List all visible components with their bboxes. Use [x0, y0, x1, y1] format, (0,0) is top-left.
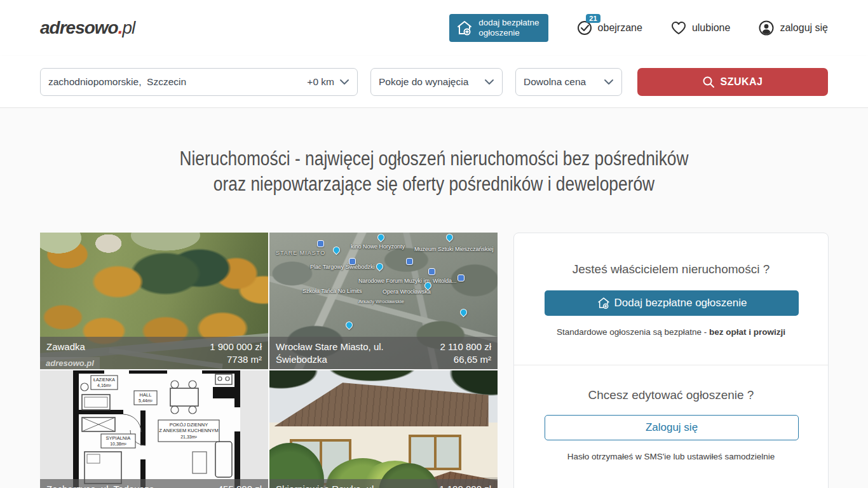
edit-note: Hasło otrzymałeś w SMS'ie lub ustawiłeś …: [545, 452, 797, 461]
listings-grid: Zawadka 1 900 000 zł 7738 m² adresowo.pl…: [40, 233, 498, 488]
login-label: zaloguj się: [780, 22, 828, 34]
location-field[interactable]: +0 km: [40, 68, 358, 96]
sidebar-login-button[interactable]: Zaloguj się: [545, 415, 799, 440]
listing-photo-house: [269, 370, 498, 488]
edit-heading: Chcesz edytować ogłoszenie ?: [545, 388, 797, 402]
map-transit-icon: [458, 274, 465, 281]
search-button-label: SZUKAJ: [720, 76, 763, 88]
map-label: STARE MIASTO: [276, 250, 325, 256]
listing-card[interactable]: Skierniewice Rawka, ul. 1 100 000 zł: [269, 370, 498, 488]
listing-area: 66,65 m²: [440, 353, 491, 366]
page-title-line2: oraz niepowtarzające się oferty pośredni…: [99, 172, 769, 197]
map-transit-icon: [428, 268, 435, 275]
map-pin-icon: [375, 262, 385, 272]
owner-heading: Jesteś właścicielem nieruchomości ?: [545, 262, 797, 276]
listing-price: 455 000 zł: [218, 483, 262, 488]
svg-text:10,38m²: 10,38m²: [110, 442, 126, 446]
svg-text:SYPIALNIA: SYPIALNIA: [106, 435, 131, 441]
listing-card[interactable]: STARE MIASTO kino Nowe Horyzonty Muzeum …: [269, 233, 498, 369]
login-link[interactable]: zaloguj się: [758, 20, 828, 36]
map-label: Szkoła Tańca No Limits: [302, 288, 362, 294]
map-pin-icon: [445, 233, 455, 242]
owner-panel: Jesteś właścicielem nieruchomości ? Doda…: [513, 233, 829, 488]
logo-brand: adresowo: [40, 18, 118, 38]
main-content: Nieruchomości - najwięcej ogłoszeń nieru…: [0, 108, 868, 488]
favorites-label: ulubione: [692, 22, 731, 34]
page-title: Nieruchomości - najwięcej ogłoszeń nieru…: [40, 108, 828, 197]
house-plus-icon: [456, 20, 473, 36]
search-button[interactable]: SZUKAJ: [637, 68, 828, 96]
divider: [514, 365, 828, 365]
radius-selector[interactable]: +0 km: [307, 76, 334, 88]
header-actions: dodaj bezpłatne ogłoszenie 21 obejrzane …: [449, 14, 828, 42]
map-pin-icon: [376, 233, 386, 242]
map-label: Arkady Wrocławskie: [358, 299, 404, 305]
listing-card[interactable]: Zawadka 1 900 000 zł 7738 m² adresowo.pl: [40, 233, 268, 369]
owner-note: Standardowe ogłoszenia są bezpłatne - be…: [545, 327, 797, 337]
map-transit-icon: [317, 240, 324, 247]
photo-watermark: adresowo.pl: [40, 357, 100, 369]
map-label: Plac Targowy Świebodzki: [310, 264, 374, 270]
viewed-count-badge: 21: [586, 14, 600, 23]
map-pin-icon: [332, 245, 342, 255]
house-plus-icon: [597, 296, 611, 310]
chevron-down-icon[interactable]: [339, 79, 349, 85]
listing-area: 7738 m²: [210, 353, 262, 366]
svg-text:4,16m²: 4,16m²: [97, 383, 111, 388]
listing-price: 1 900 000 zł: [210, 341, 262, 353]
chevron-down-icon: [604, 79, 614, 85]
map-label: Muzeum Sztuki Mieszczańskiej: [414, 246, 494, 252]
person-circle-icon: [758, 20, 775, 36]
listing-name: Zacharzyce, ul. Tadeusza: [46, 483, 154, 488]
sidebar-add-listing-label: Dodaj bezpłatne ogłoszenie: [614, 297, 747, 309]
add-listing-label: dodaj bezpłatne ogłoszenie: [478, 18, 539, 38]
viewed-link[interactable]: 21 obejrzane: [576, 20, 642, 36]
search-bar: +0 km Pokoje do wynajęcia Dowolna cena: [0, 56, 868, 108]
sidebar-add-listing-button[interactable]: Dodaj bezpłatne ogłoszenie: [545, 290, 799, 316]
search-icon: [702, 76, 715, 88]
map-label: Narodowe Forum Muzyki im. Witolda...: [358, 278, 457, 284]
heart-icon: [670, 20, 687, 36]
map-label: Opera Wrocławska: [383, 288, 431, 295]
page-title-line1: Nieruchomości - najwięcej ogłoszeń nieru…: [99, 146, 769, 172]
svg-text:ŁAZIENKA: ŁAZIENKA: [93, 377, 115, 382]
price-value: Dowolna cena: [524, 76, 586, 88]
chevron-down-icon: [484, 79, 494, 85]
svg-text:HALL: HALL: [140, 392, 152, 398]
logo-tld: pl: [122, 18, 135, 38]
svg-text:21,33m²: 21,33m²: [180, 435, 197, 439]
listing-caption: Skierniewice Rawka, ul. 1 100 000 zł: [269, 479, 498, 488]
map-pin-icon: [459, 308, 469, 318]
add-listing-button[interactable]: dodaj bezpłatne ogłoszenie: [449, 14, 548, 42]
favorites-link[interactable]: ulubione: [670, 20, 731, 36]
property-type-value: Pokoje do wynajęcia: [379, 76, 468, 88]
listing-name: Skierniewice Rawka, ul.: [276, 483, 376, 488]
listing-caption: Zacharzyce, ul. Tadeusza 455 000 zł: [40, 479, 268, 488]
listing-name: Wrocław Stare Miasto, ul. Świebodzka: [276, 341, 401, 366]
svg-text:POKÓJ DZIENNY: POKÓJ DZIENNY: [170, 422, 208, 428]
header: adresowo.pl dodaj bezpłatne ogłoszenie: [0, 0, 868, 56]
map-pin-icon: [344, 320, 355, 330]
listing-photo-floorplan: ŁAZIENKA 4,16m² HALL 5,44m² POKÓJ DZIENN…: [40, 370, 268, 488]
map-label: kino Nowe Horyzonty: [351, 243, 405, 250]
property-type-select[interactable]: Pokoje do wynajęcia: [370, 68, 503, 96]
viewed-label: obejrzane: [598, 22, 642, 34]
map-transit-icon: [406, 258, 413, 265]
map-transit-icon: [349, 258, 356, 265]
listing-card[interactable]: ŁAZIENKA 4,16m² HALL 5,44m² POKÓJ DZIENN…: [40, 370, 268, 488]
price-select[interactable]: Dowolna cena: [515, 68, 622, 96]
listing-price: 1 100 000 zł: [439, 483, 491, 488]
location-input[interactable]: [48, 76, 302, 88]
listing-price: 2 110 800 zł: [440, 341, 491, 353]
svg-text:5,44m²: 5,44m²: [139, 398, 153, 403]
logo[interactable]: adresowo.pl: [40, 18, 135, 38]
check-circle-icon: 21: [576, 20, 593, 36]
listing-caption: Wrocław Stare Miasto, ul. Świebodzka 2 1…: [269, 337, 498, 369]
svg-text:Z ANEKSEM KUCHENNYM: Z ANEKSEM KUCHENNYM: [159, 428, 218, 433]
